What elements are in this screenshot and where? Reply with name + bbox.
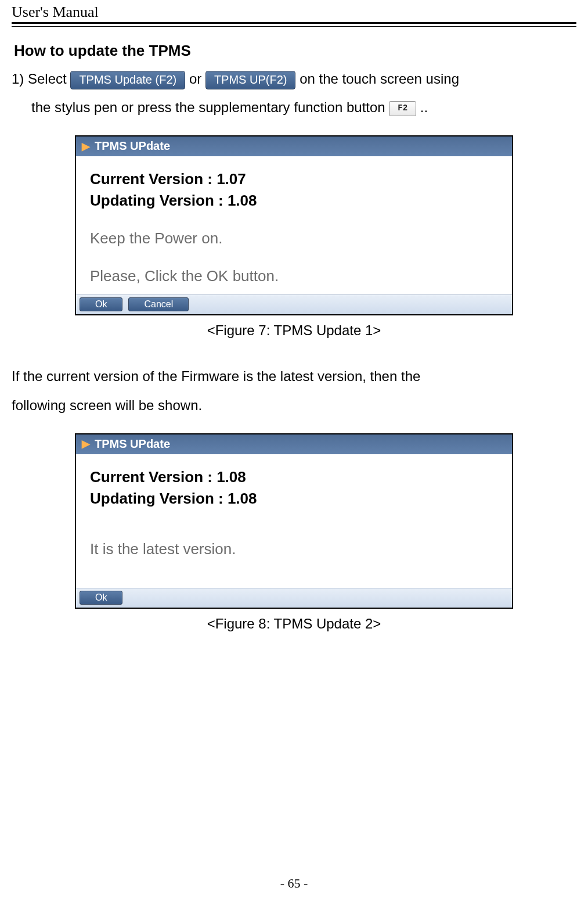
- caret-icon: ▶: [82, 437, 90, 450]
- dialog1-titlebar: ▶ TPMS UPdate: [76, 137, 512, 156]
- dialog2-current-version: Current Version : 1.08: [90, 468, 498, 486]
- dialog2-buttonbar: Ok: [76, 588, 512, 608]
- tpms-update-dialog-2: ▶ TPMS UPdate Current Version : 1.08 Upd…: [75, 433, 513, 609]
- instruction-line-2: the stylus pen or press the supplementar…: [12, 93, 576, 121]
- tpms-up-f2-button-image: TPMS UP(F2): [205, 71, 296, 89]
- tpms-update-dialog-1: ▶ TPMS UPdate Current Version : 1.07 Upd…: [75, 135, 513, 315]
- dialog1-cancel-button[interactable]: Cancel: [128, 297, 189, 311]
- figure7-caption: <Figure 7: TPMS Update 1>: [12, 322, 576, 339]
- dialog2-title-text: TPMS UPdate: [95, 437, 170, 451]
- dialog1-keep-power: Keep the Power on.: [90, 229, 498, 247]
- instr-or: or: [189, 71, 205, 87]
- figure8-caption: <Figure 8: TPMS Update 2>: [12, 616, 576, 632]
- doc-header-title: User's Manual: [12, 0, 576, 22]
- instr-line2-before: the stylus pen or press the supplementar…: [31, 99, 389, 115]
- dialog1-buttonbar: Ok Cancel: [76, 294, 512, 314]
- dialog1-click-ok: Please, Click the OK button.: [90, 267, 498, 285]
- dialog1-title-text: TPMS UPdate: [95, 139, 170, 153]
- section-heading: How to update the TPMS: [14, 42, 576, 60]
- tpms-update-f2-button-image: TPMS Update (F2): [70, 71, 185, 89]
- dialog2-ok-button[interactable]: Ok: [80, 591, 122, 605]
- dialog2-titlebar: ▶ TPMS UPdate: [76, 434, 512, 454]
- instr-tail-1: on the touch screen using: [300, 71, 459, 87]
- header-rule: [12, 22, 576, 27]
- dialog2-body: Current Version : 1.08 Updating Version …: [76, 454, 512, 588]
- dialog1-body: Current Version : 1.07 Updating Version …: [76, 156, 512, 294]
- mid-paragraph: If the current version of the Firmware i…: [12, 362, 576, 419]
- dialog2-updating-version: Updating Version : 1.08: [90, 490, 498, 508]
- caret-icon: ▶: [82, 140, 90, 153]
- mid-para-line2: following screen will be shown.: [12, 397, 202, 413]
- dialog2-latest-text: It is the latest version.: [90, 540, 498, 558]
- instr-prefix: 1) Select: [12, 71, 70, 87]
- dialog1-current-version: Current Version : 1.07: [90, 170, 498, 188]
- dialog1-updating-version: Updating Version : 1.08: [90, 192, 498, 210]
- page-number: - 65 -: [0, 876, 588, 891]
- instr-line2-after: ..: [420, 99, 428, 115]
- instruction-line-1: 1) Select TPMS Update (F2) or TPMS UP(F2…: [12, 64, 576, 93]
- dialog1-ok-button[interactable]: Ok: [80, 297, 122, 311]
- mid-para-line1: If the current version of the Firmware i…: [12, 368, 420, 384]
- f2-key-icon: F2: [389, 101, 416, 116]
